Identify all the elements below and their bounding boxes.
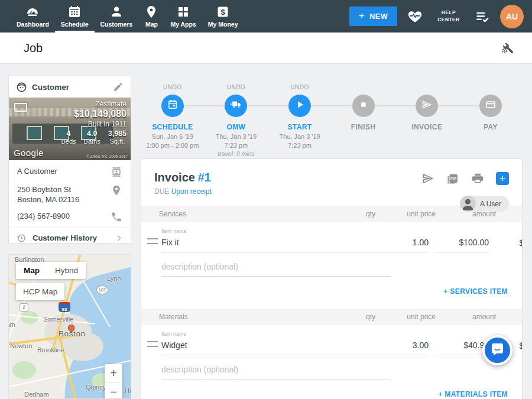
customer-history-row[interactable]: Customer History <box>9 228 131 244</box>
customer-history-label: Customer History <box>33 233 97 242</box>
streetview-toggle-icon[interactable] <box>14 103 27 112</box>
customer-face-icon <box>16 82 27 93</box>
left-column: Customer Zestimate $10,149,080 Bu <box>8 76 131 399</box>
service-description-input[interactable]: description (optional) <box>161 252 391 277</box>
material-description-row: description (optional) <box>161 355 391 379</box>
nav-label-customers: Customers <box>100 21 133 28</box>
service-item-name-field[interactable]: Item name Fix it <box>161 228 391 252</box>
undo-omw-link[interactable]: UNDO <box>227 84 245 92</box>
top-navbar: Dashboard Schedule Customers Map My Apps <box>0 0 532 33</box>
undo-start-link[interactable]: UNDO <box>290 84 309 92</box>
user-avatar[interactable]: AU <box>500 5 524 28</box>
zoom-out-button[interactable]: − <box>105 383 122 399</box>
add-services-item-link[interactable]: + SERVICES ITEM <box>141 277 522 306</box>
nav-item-schedule[interactable]: Schedule <box>55 0 95 33</box>
services-section-title: Services <box>159 210 338 218</box>
drag-handle-icon[interactable] <box>147 341 158 347</box>
service-amount-value: $100.00 <box>495 238 523 252</box>
add-invoice-button[interactable]: + <box>496 172 509 185</box>
job-status-timeline: UNDO SCHEDULE Sun, Jan 6 '19 1:00 pm - 2… <box>141 76 523 158</box>
main-column: UNDO SCHEDULE Sun, Jan 6 '19 1:00 pm - 2… <box>141 76 523 399</box>
omw-step-dates: Thu, Jan 3 '19 7:23 pm travel: 0 mins <box>216 132 257 158</box>
heart-pulse-icon[interactable] <box>407 9 423 24</box>
omw-travel-time: travel: 0 mins <box>218 150 254 157</box>
location-pin-icon[interactable] <box>111 184 122 196</box>
start-step-button[interactable] <box>288 95 311 117</box>
nav-item-map[interactable]: Map <box>138 0 164 33</box>
zestimate-label: Zestimate <box>61 100 127 108</box>
stat-baths: 4.0 Baths <box>84 129 100 145</box>
service-item-row: Item name Fix it 1.00 $100.00 $100.00 × <box>141 222 522 252</box>
invoice-actions: PDF + <box>421 172 509 185</box>
list-check-icon[interactable] <box>475 9 490 24</box>
material-item-name-input[interactable]: Widget <box>161 337 391 355</box>
nav-item-my-money[interactable]: $ My Money <box>202 0 244 33</box>
nav-item-dashboard[interactable]: Dashboard <box>11 0 55 33</box>
nav-label-schedule: Schedule <box>61 21 89 28</box>
due-value-link[interactable]: Upon receipt <box>171 187 212 196</box>
history-clock-icon <box>16 233 27 244</box>
material-unit-price-input[interactable]: $40.99 <box>434 340 489 355</box>
pdf-icon[interactable]: PDF <box>446 172 459 185</box>
contact-card-icon[interactable] <box>111 166 122 178</box>
nav-item-customers[interactable]: Customers <box>95 0 139 33</box>
map-type-buttons: Map Hybrid <box>16 262 86 279</box>
materials-section-title: Materials <box>159 313 338 321</box>
add-materials-item-link[interactable]: + MATERIALS ITEM <box>141 379 522 399</box>
svg-text:$: $ <box>221 8 226 17</box>
new-button[interactable]: + NEW <box>349 7 397 26</box>
drag-handle-icon[interactable] <box>147 238 158 244</box>
stop-icon <box>358 99 369 112</box>
map-label-dedham: Dedham <box>24 391 49 398</box>
photo-window-decor <box>27 126 42 140</box>
send-plane-icon <box>421 99 433 113</box>
invoice-number[interactable]: #1 <box>197 171 210 184</box>
map-park <box>12 361 36 379</box>
service-unit-price-input[interactable]: $100.00 <box>434 238 489 252</box>
finish-step-button[interactable] <box>352 95 375 117</box>
job-tools-wrench-gear-icon[interactable] <box>500 41 514 55</box>
nav-item-my-apps[interactable]: My Apps <box>164 0 202 33</box>
schedule-step-button[interactable] <box>161 95 184 117</box>
nav-right-group: + NEW HELP CENTER AU <box>349 0 524 33</box>
hcp-map-button[interactable]: HCP Map <box>16 283 64 300</box>
invoice-header: Invoice #1 DUE Upon receipt PDF <box>141 159 522 196</box>
omw-step-button[interactable] <box>225 95 247 117</box>
due-label: DUE <box>154 187 169 196</box>
assigned-user-name: A User <box>480 200 501 208</box>
help-center-link[interactable]: HELP CENTER <box>433 9 465 22</box>
undo-schedule-link[interactable]: UNDO <box>163 84 181 92</box>
customers-person-icon <box>109 5 124 19</box>
pay-step-button[interactable] <box>479 95 502 117</box>
edit-pencil-icon[interactable] <box>113 82 124 92</box>
user-silhouette-icon <box>460 196 476 212</box>
timeline-step-omw: UNDO OMW Thu, Jan 3 '19 7:23 pm travel: … <box>205 76 268 158</box>
customer-info: A Customer 250 Boylston St Boston, MA 02… <box>9 160 131 228</box>
map-label-brookline: Brookline <box>37 346 64 353</box>
phone-icon[interactable] <box>111 211 122 223</box>
zoom-in-button[interactable]: + <box>105 364 122 382</box>
chat-bubble-icon <box>489 341 505 359</box>
omw-step-label: OMW <box>226 123 245 131</box>
map-pin-icon <box>144 5 158 19</box>
invoice-step-button[interactable] <box>416 95 438 117</box>
page-title: Job <box>24 41 43 55</box>
service-qty-input[interactable]: 1.00 <box>391 238 429 252</box>
assigned-user-chip[interactable]: A User <box>460 196 509 212</box>
stat-beds: 4 Beds <box>61 129 76 145</box>
map-type-map-button[interactable]: Map <box>16 262 47 279</box>
material-qty-input[interactable]: 3.00 <box>391 340 429 355</box>
chat-fab-button[interactable] <box>482 335 512 365</box>
amount-column-header: amount <box>442 313 496 321</box>
map-label-waltham: Waltham <box>8 321 15 328</box>
service-item-name-input[interactable]: Fix it <box>161 234 391 252</box>
material-description-input[interactable]: description (optional) <box>161 355 391 379</box>
map-widget[interactable]: 93 107 2 Burlington Lynn Somerville Bost… <box>8 254 131 399</box>
customer-address: 250 Boylston St Boston, MA 02116 <box>17 184 79 205</box>
nav-label-map: Map <box>145 21 158 28</box>
timeline-step-pay: UNDO PAY <box>459 76 523 158</box>
send-invoice-icon[interactable] <box>421 172 434 185</box>
material-item-name-field[interactable]: Item name Widget <box>161 331 391 355</box>
map-type-hybrid-button[interactable]: Hybrid <box>47 262 86 279</box>
print-icon[interactable] <box>471 172 484 185</box>
